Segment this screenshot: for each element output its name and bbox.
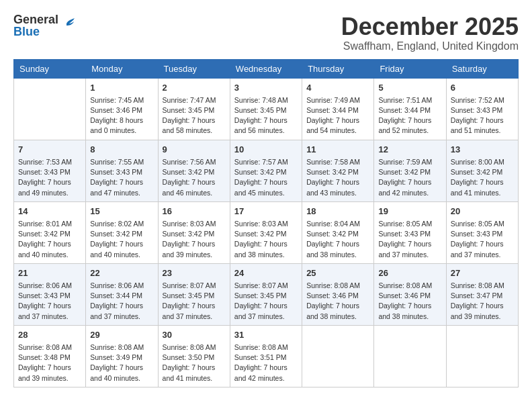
day-number: 8 (90, 144, 153, 156)
day-info: Sunrise: 8:08 AMSunset: 3:48 PMDaylight:… (18, 342, 81, 383)
calendar-cell (302, 325, 374, 387)
day-number: 23 (163, 267, 226, 279)
calendar-cell: 28Sunrise: 8:08 AMSunset: 3:48 PMDayligh… (14, 325, 86, 387)
location-text: Swaffham, England, United Kingdom (341, 40, 519, 52)
header-day-thursday: Thursday (302, 59, 374, 78)
day-number: 5 (378, 82, 441, 94)
calendar-cell: 29Sunrise: 8:08 AMSunset: 3:49 PMDayligh… (86, 325, 158, 387)
header-row: SundayMondayTuesdayWednesdayThursdayFrid… (14, 59, 519, 78)
day-number: 17 (234, 205, 298, 218)
day-info: Sunrise: 8:08 AMSunset: 3:47 PMDaylight:… (451, 281, 514, 322)
week-row-1: 1Sunrise: 7:45 AMSunset: 3:46 PMDaylight… (14, 78, 519, 140)
day-number: 25 (306, 267, 369, 279)
day-number: 14 (18, 205, 81, 218)
calendar-cell: 5Sunrise: 7:51 AMSunset: 3:44 PMDaylight… (374, 78, 446, 140)
calendar-cell: 30Sunrise: 8:08 AMSunset: 3:50 PMDayligh… (158, 325, 230, 387)
day-number: 22 (90, 267, 153, 279)
day-info: Sunrise: 8:00 AMSunset: 3:42 PMDaylight:… (451, 157, 514, 198)
header-day-sunday: Sunday (14, 59, 86, 78)
day-number: 27 (451, 267, 514, 279)
calendar-cell: 13Sunrise: 8:00 AMSunset: 3:42 PMDayligh… (446, 140, 518, 201)
day-number: 21 (18, 267, 81, 279)
day-info: Sunrise: 8:08 AMSunset: 3:50 PMDaylight:… (163, 342, 226, 383)
logo-bird-icon (61, 17, 76, 32)
day-number: 11 (306, 144, 369, 156)
day-info: Sunrise: 7:57 AMSunset: 3:42 PMDaylight:… (234, 157, 298, 198)
day-info: Sunrise: 8:05 AMSunset: 3:43 PMDaylight:… (451, 219, 514, 260)
day-number: 9 (163, 144, 226, 156)
header-day-wednesday: Wednesday (230, 59, 302, 78)
day-number: 12 (378, 144, 441, 156)
day-number: 30 (163, 329, 226, 341)
calendar-cell: 9Sunrise: 7:56 AMSunset: 3:42 PMDaylight… (158, 140, 230, 201)
week-row-2: 7Sunrise: 7:53 AMSunset: 3:43 PMDaylight… (14, 140, 519, 201)
calendar-cell: 4Sunrise: 7:49 AMSunset: 3:44 PMDaylight… (302, 78, 374, 140)
calendar-cell (446, 325, 518, 387)
calendar-cell: 18Sunrise: 8:04 AMSunset: 3:42 PMDayligh… (302, 201, 374, 263)
day-number: 1 (90, 82, 153, 94)
day-info: Sunrise: 7:56 AMSunset: 3:42 PMDaylight:… (163, 157, 226, 198)
day-number: 13 (451, 144, 514, 156)
day-number: 7 (18, 144, 81, 156)
calendar-cell: 22Sunrise: 8:06 AMSunset: 3:44 PMDayligh… (86, 263, 158, 325)
logo-blue-text: Blue (13, 26, 58, 38)
calendar-cell: 23Sunrise: 8:07 AMSunset: 3:45 PMDayligh… (158, 263, 230, 325)
day-number: 3 (234, 82, 298, 94)
day-info: Sunrise: 7:52 AMSunset: 3:43 PMDaylight:… (451, 95, 514, 136)
calendar-cell (14, 78, 86, 140)
day-number: 2 (163, 82, 226, 94)
day-info: Sunrise: 8:03 AMSunset: 3:42 PMDaylight:… (163, 219, 226, 260)
calendar-cell: 25Sunrise: 8:08 AMSunset: 3:46 PMDayligh… (302, 263, 374, 325)
month-title: December 2025 (341, 13, 519, 40)
day-number: 16 (163, 205, 226, 218)
day-info: Sunrise: 8:07 AMSunset: 3:45 PMDaylight:… (234, 281, 298, 322)
calendar-cell: 21Sunrise: 8:06 AMSunset: 3:43 PMDayligh… (14, 263, 86, 325)
day-number: 26 (378, 267, 441, 279)
day-info: Sunrise: 7:45 AMSunset: 3:46 PMDaylight:… (90, 95, 153, 136)
day-number: 10 (234, 144, 298, 156)
day-number: 24 (234, 267, 298, 279)
day-info: Sunrise: 8:08 AMSunset: 3:46 PMDaylight:… (306, 281, 369, 322)
day-info: Sunrise: 7:58 AMSunset: 3:42 PMDaylight:… (306, 157, 369, 198)
calendar-cell: 1Sunrise: 7:45 AMSunset: 3:46 PMDaylight… (86, 78, 158, 140)
day-info: Sunrise: 8:02 AMSunset: 3:42 PMDaylight:… (90, 219, 153, 260)
calendar-cell: 14Sunrise: 8:01 AMSunset: 3:42 PMDayligh… (14, 201, 86, 263)
week-row-4: 21Sunrise: 8:06 AMSunset: 3:43 PMDayligh… (14, 263, 519, 325)
calendar-cell: 7Sunrise: 7:53 AMSunset: 3:43 PMDaylight… (14, 140, 86, 201)
header-day-saturday: Saturday (446, 59, 518, 78)
calendar-cell: 6Sunrise: 7:52 AMSunset: 3:43 PMDaylight… (446, 78, 518, 140)
calendar-table: SundayMondayTuesdayWednesdayThursdayFrid… (13, 59, 519, 387)
day-info: Sunrise: 8:07 AMSunset: 3:45 PMDaylight:… (163, 281, 226, 322)
day-info: Sunrise: 7:48 AMSunset: 3:45 PMDaylight:… (234, 95, 298, 136)
calendar-cell: 27Sunrise: 8:08 AMSunset: 3:47 PMDayligh… (446, 263, 518, 325)
page-header: General Blue December 2025 Swaffham, Eng… (13, 13, 519, 52)
calendar-cell: 11Sunrise: 7:58 AMSunset: 3:42 PMDayligh… (302, 140, 374, 201)
calendar-cell: 15Sunrise: 8:02 AMSunset: 3:42 PMDayligh… (86, 201, 158, 263)
day-info: Sunrise: 8:04 AMSunset: 3:42 PMDaylight:… (306, 219, 369, 260)
day-number: 29 (90, 329, 153, 341)
day-info: Sunrise: 8:08 AMSunset: 3:46 PMDaylight:… (378, 281, 441, 322)
day-info: Sunrise: 7:47 AMSunset: 3:45 PMDaylight:… (163, 95, 226, 136)
day-number: 20 (451, 205, 514, 218)
calendar-cell: 19Sunrise: 8:05 AMSunset: 3:43 PMDayligh… (374, 201, 446, 263)
calendar-cell: 20Sunrise: 8:05 AMSunset: 3:43 PMDayligh… (446, 201, 518, 263)
logo: General Blue (13, 13, 76, 38)
week-row-3: 14Sunrise: 8:01 AMSunset: 3:42 PMDayligh… (14, 201, 519, 263)
calendar-cell: 17Sunrise: 8:03 AMSunset: 3:42 PMDayligh… (230, 201, 302, 263)
day-number: 15 (90, 205, 153, 218)
calendar-cell: 31Sunrise: 8:08 AMSunset: 3:51 PMDayligh… (230, 325, 302, 387)
day-info: Sunrise: 7:53 AMSunset: 3:43 PMDaylight:… (18, 157, 81, 198)
calendar-cell: 10Sunrise: 7:57 AMSunset: 3:42 PMDayligh… (230, 140, 302, 201)
day-info: Sunrise: 8:06 AMSunset: 3:44 PMDaylight:… (90, 281, 153, 322)
calendar-cell: 8Sunrise: 7:55 AMSunset: 3:43 PMDaylight… (86, 140, 158, 201)
day-number: 28 (18, 329, 81, 341)
day-info: Sunrise: 7:55 AMSunset: 3:43 PMDaylight:… (90, 157, 153, 198)
day-info: Sunrise: 8:08 AMSunset: 3:49 PMDaylight:… (90, 342, 153, 383)
calendar-cell: 3Sunrise: 7:48 AMSunset: 3:45 PMDaylight… (230, 78, 302, 140)
calendar-cell: 26Sunrise: 8:08 AMSunset: 3:46 PMDayligh… (374, 263, 446, 325)
day-number: 19 (378, 205, 441, 218)
calendar-cell: 24Sunrise: 8:07 AMSunset: 3:45 PMDayligh… (230, 263, 302, 325)
day-info: Sunrise: 7:51 AMSunset: 3:44 PMDaylight:… (378, 95, 441, 136)
day-info: Sunrise: 8:08 AMSunset: 3:51 PMDaylight:… (234, 342, 298, 383)
logo-general-text: General (13, 13, 58, 26)
